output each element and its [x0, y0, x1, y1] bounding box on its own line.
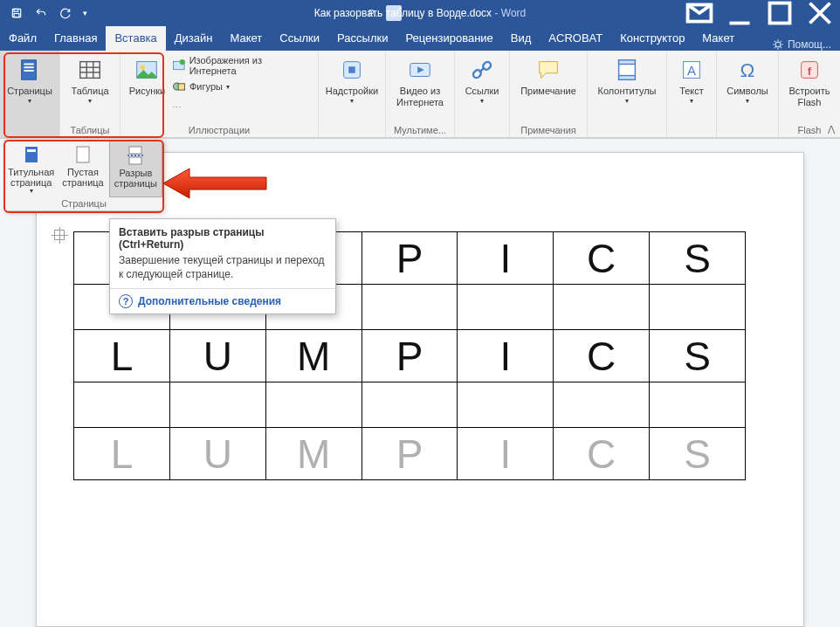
- tab-mailings[interactable]: Рассылки: [328, 26, 396, 51]
- tab-home[interactable]: Главная: [45, 26, 106, 51]
- svg-rect-40: [77, 147, 89, 162]
- pages-icon: [16, 56, 44, 84]
- maximize-icon[interactable]: [760, 0, 800, 26]
- cover-page-icon: [21, 144, 42, 165]
- page-break-icon: [125, 145, 146, 166]
- page-break-button[interactable]: Разрыв страницы: [109, 141, 162, 197]
- svg-rect-13: [80, 62, 100, 79]
- group-tables-label: Таблицы: [60, 125, 120, 135]
- video-icon: [406, 56, 434, 84]
- close-icon[interactable]: [800, 0, 840, 26]
- redo-icon[interactable]: [54, 2, 77, 24]
- svg-rect-42: [129, 157, 141, 164]
- links-icon: [468, 56, 496, 84]
- comment-button[interactable]: Примечание: [515, 54, 582, 122]
- text-button[interactable]: A Текст▾: [672, 54, 711, 122]
- table-button[interactable]: Таблица▾: [65, 54, 114, 122]
- online-pictures-button[interactable]: Изображения из Интернета: [169, 56, 313, 75]
- svg-rect-25: [348, 66, 355, 73]
- tooltip-title: Вставить разрыв страницы (Ctrl+Return): [110, 219, 335, 254]
- svg-rect-12: [24, 70, 33, 72]
- blank-page-icon: [72, 144, 93, 165]
- table-row: [74, 382, 746, 428]
- svg-rect-23: [178, 84, 184, 90]
- svg-rect-31: [619, 60, 636, 65]
- svg-text:Ω: Ω: [740, 59, 755, 81]
- tooltip: Вставить разрыв страницы (Ctrl+Return) З…: [109, 218, 336, 314]
- shapes-button[interactable]: Фигуры ▾: [169, 77, 313, 96]
- svg-text:f: f: [808, 65, 812, 78]
- pages-dropdown: Титульная страница▾ Пустая страница Разр…: [4, 140, 163, 211]
- pictures-button[interactable]: Рисунки: [126, 54, 169, 122]
- svg-rect-39: [27, 149, 36, 152]
- svg-point-19: [141, 65, 146, 70]
- flash-button[interactable]: f Встроить Flash: [784, 54, 835, 122]
- svg-point-21: [180, 59, 185, 65]
- svg-rect-11: [24, 66, 33, 68]
- svg-point-8: [775, 42, 781, 47]
- svg-rect-38: [25, 147, 38, 162]
- addins-button[interactable]: Надстройки▾: [324, 54, 380, 122]
- pictures-icon: [133, 56, 161, 84]
- more-illustrations-button[interactable]: ⋯: [169, 98, 313, 117]
- tab-references[interactable]: Ссылки: [271, 26, 328, 51]
- svg-rect-41: [129, 147, 141, 154]
- collapse-ribbon-icon[interactable]: ⋀: [828, 124, 835, 134]
- app-name: Word: [501, 7, 526, 19]
- pages-button[interactable]: Страницы▾: [5, 54, 54, 122]
- tab-insert[interactable]: Вставка: [106, 26, 165, 51]
- undo-icon[interactable]: [30, 2, 52, 24]
- table-icon: [76, 56, 104, 84]
- svg-text:A: A: [687, 63, 696, 78]
- help-icon: ?: [119, 294, 133, 308]
- tooltip-body: Завершение текущей страницы и переход к …: [110, 254, 335, 288]
- headerfooter-button[interactable]: Колонтитулы▾: [593, 54, 661, 122]
- document-area: LPICS LUMPICS LUMPICS: [0, 138, 840, 627]
- tab-layout[interactable]: Макет: [221, 26, 271, 51]
- tab-view[interactable]: Вид: [502, 26, 540, 51]
- tooltip-more-link[interactable]: ? Дополнительные сведения: [110, 289, 335, 314]
- blank-page-button[interactable]: Пустая страница: [57, 141, 108, 197]
- ribbon: Страницы▾ Таблица▾ Таблицы Рисунки Изобр…: [0, 51, 840, 138]
- links-button[interactable]: Ссылки▾: [460, 54, 504, 122]
- svg-rect-10: [24, 64, 33, 65]
- svg-rect-2: [14, 14, 19, 17]
- table-row: LUMPICS: [74, 330, 746, 382]
- svg-rect-32: [619, 76, 636, 80]
- svg-rect-5: [770, 3, 790, 24]
- group-multimedia-label: Мультиме...: [386, 125, 454, 135]
- svg-rect-1: [14, 9, 18, 11]
- symbols-button[interactable]: Ω Символы▾: [722, 54, 773, 122]
- save-icon[interactable]: [5, 2, 28, 24]
- pages-group-label: Страницы: [5, 197, 162, 210]
- group-illustrations-label: Иллюстрации: [120, 125, 318, 135]
- tab-review[interactable]: Рецензирование: [396, 26, 501, 51]
- minimize-icon[interactable]: [720, 0, 760, 26]
- cover-page-button[interactable]: Титульная страница▾: [5, 141, 57, 197]
- window-controls: [679, 0, 840, 26]
- comment-icon: [534, 56, 562, 84]
- quick-access-toolbar: ▾: [0, 2, 91, 24]
- tab-file[interactable]: Файл: [0, 26, 45, 51]
- table-anchor-icon[interactable]: [54, 230, 65, 240]
- symbols-icon: Ω: [733, 56, 761, 84]
- flash-icon: f: [795, 56, 823, 84]
- user-badge[interactable]: Р...: [360, 5, 410, 21]
- group-comments-label: Примечания: [510, 125, 587, 135]
- tell-me[interactable]: Помощ...: [763, 38, 840, 51]
- qat-customize-icon[interactable]: ▾: [79, 2, 91, 24]
- headerfooter-icon: [613, 56, 641, 84]
- titlebar: ▾ Как разорвать таблицу в Ворде.docx - W…: [0, 0, 840, 26]
- online-video-button[interactable]: Видео из Интернета: [391, 54, 449, 122]
- tab-acrobat[interactable]: ACROBAT: [540, 26, 611, 51]
- addins-icon: [338, 56, 366, 84]
- ribbon-options-icon[interactable]: [679, 0, 720, 26]
- table-row: LUMPICS: [74, 428, 746, 480]
- avatar-icon: [386, 5, 402, 21]
- text-icon: A: [678, 56, 706, 84]
- tab-design[interactable]: Дизайн: [166, 26, 222, 51]
